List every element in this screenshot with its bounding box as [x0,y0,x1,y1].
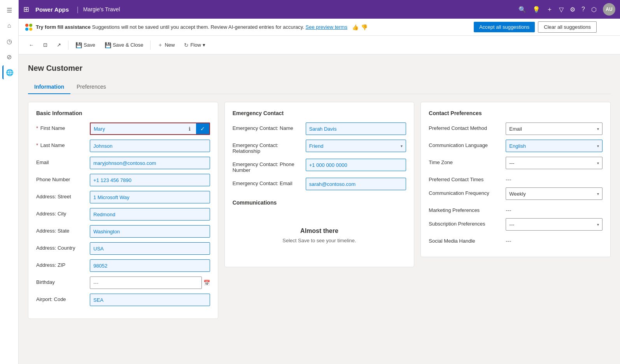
sp-label: Subscription Preferences [429,218,503,227]
airport-input[interactable] [90,294,210,306]
add-icon[interactable]: ＋ [546,5,553,14]
cf-dropdown[interactable]: Weekly ▾ [506,187,602,200]
sidebar: ☰ ⌂ ◷ ⊘ 🌐 [0,0,19,364]
city-input[interactable] [90,208,210,220]
firstname-accept-button[interactable]: ✓ [196,122,210,135]
menu-icon[interactable]: ☰ [2,3,16,17]
ai-logo [25,23,33,31]
state-input[interactable] [90,225,210,238]
birthday-input[interactable] [90,276,202,289]
country-input[interactable] [90,242,210,255]
flow-button[interactable]: ↻ Flow ▾ [180,40,209,50]
help-icon[interactable]: ? [581,6,585,13]
avatar[interactable]: AU [603,3,615,16]
filter-icon[interactable]: ▽ [559,6,564,13]
recent-icon[interactable]: ◷ [2,34,16,48]
comms-title: Communications [233,200,406,206]
new-button[interactable]: ＋ New [154,40,179,50]
firstname-info-icon[interactable]: ℹ [184,122,196,135]
tz-dropdown[interactable]: --- ▾ [506,157,602,169]
smh-value: --- [506,235,511,244]
tab-preferences[interactable]: Preferences [70,80,112,94]
field-row-cl: Communication Language English ▾ [429,140,602,152]
search-icon[interactable]: 🔍 [518,6,526,13]
svg-point-2 [25,28,28,31]
restore-icon: ⊡ [43,42,47,48]
mp-label: Marketing Preferences [429,205,503,213]
teams-icon[interactable]: ⬡ [591,6,597,13]
field-row-email: Email [36,157,210,169]
ec-rel-dropdown[interactable]: Friend ▾ [306,140,406,152]
state-label: Address: State [36,225,87,234]
street-input[interactable] [90,191,210,203]
thumbs-down-icon[interactable]: 👎 [361,24,368,30]
field-row-ec-rel: Emergency Contact: Relationship Friend ▾ [233,140,406,154]
almost-there-text: Select Save to see your timeline. [240,238,399,243]
back-icon: ← [29,42,34,48]
page-title: New Customer [28,64,611,73]
waffle-icon[interactable]: ⊞ [23,5,29,14]
pct-label: Preferred Contact Times [429,174,503,182]
field-row-lastname: * Last Name [36,140,210,152]
field-row-street: Address: Street [36,191,210,203]
ec-phone-input[interactable] [306,159,406,171]
pcm-label: Preferred Contact Method [429,122,503,131]
forward-button[interactable]: ↗ [53,40,65,49]
pcm-dropdown[interactable]: Email ▾ [506,122,602,135]
field-row-city: Address: City [36,208,210,220]
emergency-title: Emergency Contact [233,110,406,116]
field-row-mp: Marketing Preferences --- [429,205,602,214]
back-button[interactable]: ← [25,40,38,49]
country-label: Address: Country [36,242,87,251]
svg-point-1 [29,24,32,27]
clear-all-button[interactable]: Clear all suggestions [538,21,597,33]
main-area: ⊞ Power Apps | Margie's Travel 🔍 💡 ＋ ▽ ⚙… [19,0,620,364]
zip-input[interactable] [90,259,210,272]
settings-icon[interactable]: ⚙ [570,6,575,13]
tab-information[interactable]: Information [28,80,70,94]
ec-name-input[interactable] [306,122,406,135]
field-row-zip: Address: ZIP [36,259,210,272]
airport-label: Airport: Code [36,294,87,302]
new-icon: ＋ [158,42,163,49]
top-nav: ⊞ Power Apps | Margie's Travel 🔍 💡 ＋ ▽ ⚙… [19,0,620,19]
almost-there: Almost there Select Save to see your tim… [233,212,406,259]
accept-all-button[interactable]: Accept all suggestions [474,22,535,32]
save-close-button[interactable]: 💾 Save & Close [101,40,147,50]
pcm-chevron-icon: ▾ [597,127,599,131]
save-button[interactable]: 💾 Save [72,40,99,50]
field-row-ec-name: Emergency Contact: Name [233,122,406,135]
almost-there-title: Almost there [240,228,399,234]
cl-dropdown[interactable]: English ▾ [506,140,602,152]
nav-icons: 🔍 💡 ＋ ▽ ⚙ ? ⬡ AU [518,3,615,16]
restore-button[interactable]: ⊡ [39,40,51,49]
email-label: Email [36,157,87,165]
ec-email-input[interactable] [306,178,406,190]
city-label: Address: City [36,208,87,217]
pinned-icon[interactable]: ⊘ [2,50,16,64]
tabs: Information Preferences [28,80,611,94]
email-input[interactable] [90,157,210,169]
ec-phone-label: Emergency Contact: Phone Number [233,159,303,173]
phone-input[interactable] [90,174,210,186]
ec-email-label: Emergency Contact: Email [233,178,303,186]
field-row-ec-phone: Emergency Contact: Phone Number [233,159,406,173]
firstname-input[interactable] [90,122,184,135]
thumbs-up-icon[interactable]: 👍 [352,24,359,30]
lightbulb-icon[interactable]: 💡 [532,6,540,13]
nav-separator: | [77,5,79,14]
street-label: Address: Street [36,191,87,200]
sp-dropdown[interactable]: --- ▾ [506,218,602,231]
contact-preferences-section: Contact Preferences Preferred Contact Me… [420,102,611,257]
field-row-phone: Phone Number [36,174,210,186]
preview-terms-link[interactable]: See preview terms [305,24,347,30]
phone-label: Phone Number [36,174,87,182]
required-marker-2: * [36,142,38,148]
page-content: New Customer Information Preferences Bas… [19,54,620,364]
home-icon[interactable]: ⌂ [2,19,16,33]
required-marker: * [36,125,38,131]
globe-icon[interactable]: 🌐 [2,65,16,79]
calendar-icon[interactable]: 📅 [203,280,210,286]
svg-point-3 [29,28,32,31]
lastname-input[interactable] [90,140,210,152]
